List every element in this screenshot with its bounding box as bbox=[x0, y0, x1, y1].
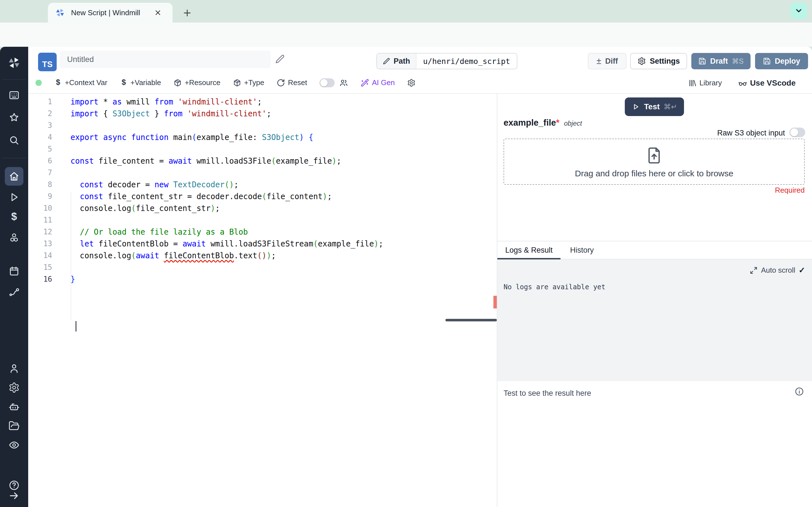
sidebar-item-search[interactable] bbox=[0, 135, 28, 146]
path-editor[interactable]: Path u/henri/demo_script bbox=[376, 53, 517, 69]
multiplayer-toggle[interactable] bbox=[319, 78, 335, 87]
sidebar-item-help[interactable] bbox=[0, 480, 28, 491]
sidebar-item-variables[interactable]: $ bbox=[0, 212, 28, 223]
test-panel: Test ⌘↵ example_file * object Raw S3 obj… bbox=[497, 94, 812, 507]
raw-s3-toggle[interactable] bbox=[790, 128, 805, 137]
draft-shortcut: ⌘S bbox=[732, 57, 744, 65]
tab-history[interactable]: History bbox=[565, 241, 599, 259]
editor-settings-button[interactable] bbox=[407, 78, 416, 87]
deploy-button[interactable]: Deploy bbox=[755, 53, 808, 69]
gear-icon bbox=[407, 78, 416, 87]
code-line[interactable]: 13 let fileContentBlob = await wmill.loa… bbox=[28, 238, 497, 249]
code-line[interactable]: 2import { S3Object } from 'windmill-clie… bbox=[28, 108, 497, 119]
sidebar-item-settings[interactable] bbox=[0, 382, 28, 393]
tab-title: New Script | Windmill bbox=[71, 8, 152, 17]
code-line[interactable]: 16} bbox=[28, 273, 497, 285]
code-line[interactable]: 12 // Or load the file lazily as a Blob bbox=[28, 226, 497, 238]
library-button[interactable]: Library bbox=[688, 78, 722, 87]
add-context-var-button[interactable]: $ +Context Var bbox=[54, 78, 107, 87]
code-line[interactable]: 15 bbox=[28, 262, 497, 273]
required-label: Required bbox=[775, 186, 805, 194]
argument-type: object bbox=[564, 119, 582, 127]
tab-search-button[interactable] bbox=[791, 3, 807, 19]
sidebar-item-apps[interactable] bbox=[0, 90, 28, 101]
required-asterisk: * bbox=[556, 118, 559, 128]
sidebar-expand-icon[interactable] bbox=[0, 490, 28, 501]
logs-output-area: Auto scroll ✓ No logs are available yet bbox=[497, 260, 812, 381]
settings-button[interactable]: Settings bbox=[630, 53, 687, 69]
argument-row: example_file * object bbox=[504, 118, 582, 128]
add-resource-button[interactable]: +Resource bbox=[173, 78, 220, 87]
tab-close-icon[interactable] bbox=[154, 9, 162, 17]
code-line[interactable]: 11 bbox=[28, 214, 497, 226]
code-line[interactable]: 3 bbox=[28, 119, 497, 131]
code-line[interactable]: 1import * as wmill from 'windmill-client… bbox=[28, 96, 497, 108]
package-icon bbox=[173, 78, 182, 87]
code-editor[interactable]: 1import * as wmill from 'windmill-client… bbox=[28, 94, 497, 507]
diff-button[interactable]: ± Diff bbox=[588, 53, 626, 69]
path-value[interactable]: u/henri/demo_script bbox=[416, 54, 517, 69]
line-number: 9 bbox=[28, 190, 52, 202]
add-type-button[interactable]: +Type bbox=[233, 78, 264, 87]
script-header: TS Untitled Path u/henri/demo_script ± D… bbox=[28, 47, 812, 72]
sidebar-divider bbox=[2, 158, 26, 158]
code-line[interactable]: 8 const decoder = new TextDecoder(); bbox=[28, 179, 497, 190]
ai-gen-button[interactable]: AI Gen bbox=[361, 78, 395, 87]
home-icon bbox=[8, 171, 20, 182]
history-tab-label: History bbox=[570, 246, 594, 255]
sidebar-item-runs[interactable] bbox=[0, 191, 28, 203]
browser-tab[interactable]: New Script | Windmill bbox=[48, 3, 172, 22]
path-label: Path bbox=[394, 57, 410, 66]
path-button[interactable]: Path bbox=[377, 54, 416, 69]
line-number: 10 bbox=[28, 202, 52, 214]
line-number: 2 bbox=[28, 108, 52, 119]
sidebar-item-user[interactable] bbox=[0, 363, 28, 374]
dropzone-label: Drag and drop files here or click to bro… bbox=[575, 169, 733, 178]
reset-button[interactable]: Reset bbox=[276, 78, 307, 87]
variable-label: +Variable bbox=[131, 78, 161, 87]
line-number: 4 bbox=[28, 131, 52, 143]
result-placeholder: Test to see the result here bbox=[504, 389, 591, 398]
code-lines[interactable]: 1import * as wmill from 'windmill-client… bbox=[28, 96, 497, 285]
sidebar: $ bbox=[0, 47, 28, 507]
draft-label: Draft bbox=[710, 57, 728, 66]
auto-scroll-control[interactable]: Auto scroll ✓ bbox=[750, 266, 805, 275]
code-line[interactable]: 6const file_content = await wmill.loadS3… bbox=[28, 155, 497, 167]
tab-logs-result[interactable]: Logs & Result bbox=[497, 241, 560, 259]
dollar-icon: $ bbox=[120, 79, 128, 87]
code-line[interactable]: 9 const file_content_str = decoder.decod… bbox=[28, 190, 497, 202]
editor-scrollbar-handle[interactable] bbox=[446, 319, 497, 321]
code-line[interactable]: 7 bbox=[28, 167, 497, 179]
new-tab-button[interactable] bbox=[181, 7, 193, 19]
sidebar-item-schedules[interactable] bbox=[0, 266, 28, 277]
use-vscode-button[interactable]: Use VScode bbox=[738, 78, 796, 88]
test-label: Test bbox=[644, 102, 660, 111]
save-icon bbox=[698, 57, 706, 65]
edit-name-icon[interactable] bbox=[275, 54, 285, 64]
info-icon[interactable] bbox=[795, 387, 804, 396]
deploy-label: Deploy bbox=[775, 57, 800, 66]
add-variable-button[interactable]: $ +Variable bbox=[120, 78, 161, 87]
sidebar-item-audit[interactable] bbox=[0, 439, 28, 451]
browser-tabstrip: New Script | Windmill bbox=[0, 0, 812, 22]
sidebar-item-flows[interactable] bbox=[0, 286, 28, 297]
check-icon: ✓ bbox=[799, 266, 805, 275]
code-line[interactable]: 14 console.log(await fileContentBlob.tex… bbox=[28, 249, 497, 262]
code-line[interactable]: 4export async function main(example_file… bbox=[28, 131, 497, 143]
sidebar-item-folders[interactable] bbox=[0, 420, 28, 432]
windmill-logo-icon[interactable] bbox=[0, 56, 28, 69]
sidebar-item-resources[interactable] bbox=[0, 232, 28, 244]
code-line[interactable]: 5 bbox=[28, 143, 497, 155]
sidebar-item-workers[interactable] bbox=[0, 401, 28, 412]
script-name-input[interactable]: Untitled bbox=[60, 51, 271, 68]
line-number: 5 bbox=[28, 143, 52, 155]
file-dropzone[interactable]: Drag and drop files here or click to bro… bbox=[504, 138, 805, 185]
sidebar-item-favorites[interactable] bbox=[0, 112, 28, 123]
draft-button[interactable]: Draft ⌘S bbox=[691, 53, 751, 69]
reset-icon bbox=[276, 78, 285, 87]
multiplayer-control[interactable] bbox=[319, 78, 348, 87]
line-number: 13 bbox=[28, 238, 52, 249]
code-line[interactable]: 10 console.log(file_content_str); bbox=[28, 202, 497, 214]
sidebar-item-home[interactable] bbox=[5, 167, 23, 186]
test-button[interactable]: Test ⌘↵ bbox=[625, 98, 684, 116]
